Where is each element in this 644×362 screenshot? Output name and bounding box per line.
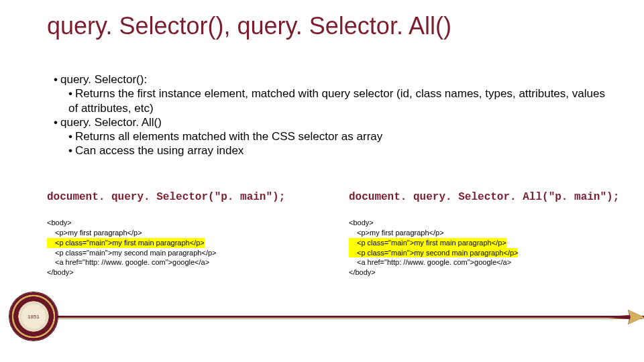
bullets-block: •query. Selector(): •Returns the first i… [47,72,610,158]
code-line: <p>my first paragraph</p> [47,228,142,238]
code-snippet: <body> <p>my first paragraph</p> <p clas… [349,218,631,278]
bullet-text: Returns all elements matched with the CS… [75,130,382,143]
bullet-l0: •query. Selector(): [47,72,610,86]
code-line-highlight: <p class="main">my first main paragraph<… [47,238,205,248]
code-line: </body> [47,267,329,278]
university-seal-icon: 1851 [9,292,58,341]
code-line-highlight: <p class="main">my first main paragraph<… [349,238,506,248]
footer-divider [57,316,644,318]
bullet-l1: •Returns the first instance element, mat… [62,86,610,115]
code-line: <p>my first paragraph</p> [349,228,444,238]
bullet-text: Returns the first instance element, matc… [68,87,605,114]
footer-divider-accent [57,318,644,319]
code-line: <p class="main">my second main paragraph… [47,248,216,258]
seal-year: 1851 [21,304,46,328]
bullet-l0: •query. Selector. All() [47,115,610,129]
code-line: <a href="http: //www. google. com">googl… [349,257,511,267]
code-command: document. query. Selector. All("p. main"… [349,191,631,203]
code-line: <body> [349,218,631,228]
code-block-left: document. query. Selector("p. main"); <b… [47,191,329,278]
spear-icon [597,304,644,330]
code-line: <body> [47,218,329,228]
code-block-right: document. query. Selector. All("p. main"… [349,191,631,278]
bullet-l1: •Returns all elements matched with the C… [62,129,610,143]
code-line-highlight: <p class="main">my second main paragraph… [349,248,518,258]
code-command: document. query. Selector("p. main"); [47,191,329,203]
bullet-text: query. Selector(): [60,73,147,86]
bullet-l1: •Can access the using array index [62,143,610,158]
code-snippet: <body> <p>my first paragraph</p> <p clas… [47,218,329,278]
bullet-text: query. Selector. All() [60,116,162,129]
slide-title: query. Selector(), query. Selector. All(… [47,12,451,40]
code-line: </body> [349,267,631,278]
bullet-text: Can access the using array index [75,144,244,157]
code-line: <a href="http: //www. google. com">googl… [47,257,209,267]
